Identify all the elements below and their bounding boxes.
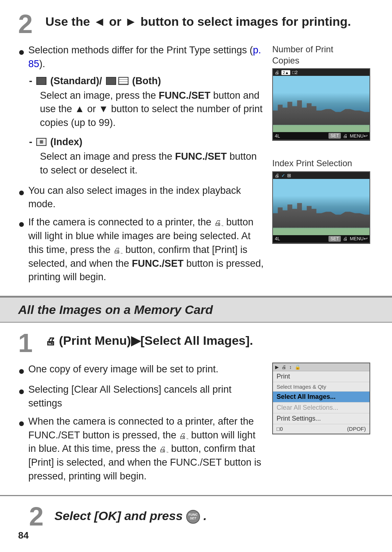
step1-text-col: ● One copy of every image will be set to… [18, 363, 265, 488]
menu-screenshot: ▶ 🖨 ↕ 🔒 Print Select Images & Qty [272, 363, 370, 434]
menu-icon-play: ▶ [275, 364, 279, 370]
step1-bullet2: ● Selecting [Clear All Selections] cance… [18, 383, 265, 410]
image2-label-block: Index Print Selection 🖨 ✓ ⊞ 4L [272, 158, 374, 244]
bullet1: ● Selection methods differ for the Print… [18, 44, 265, 71]
cam1-print-icon: 🖨 [343, 133, 348, 139]
section-step2: 2 Use the ◄ or ► button to select images… [0, 0, 392, 297]
section-heading: All the Images on a Memory Card [0, 297, 392, 323]
bullet3: ● If the camera is connected to a printe… [18, 216, 265, 284]
cam1-statusbar-text: 🖨 [275, 70, 279, 75]
cam1-set-btn: SET [328, 133, 340, 139]
cam2-skyline [273, 199, 369, 228]
step2-images-column: Number of Print Copies 🖨 2▲ □2 [272, 44, 374, 289]
menu-dpof-left: □0 [277, 426, 283, 432]
step2-content: ● Selection methods differ for the Print… [18, 44, 374, 289]
select-ok-text: Select [OK] and press [54, 509, 186, 523]
step1-images-col: ▶ 🖨 ↕ 🔒 Print Select Images & Qty [272, 363, 374, 488]
printer-icon-s2-2: 🖨~ [159, 445, 168, 453]
menu-item-select-images: Select Images & Qty [273, 382, 369, 392]
step1-title: 🖨 (Print Menu)▶[Select All Images]. [45, 330, 253, 348]
both-icon [118, 77, 128, 85]
sub1-standard-label: (Standard)/ [48, 75, 105, 87]
menu-item-clear-all: Clear All Selections... [273, 402, 369, 413]
step1-bullet3: ● When the camera is connected to a prin… [18, 415, 265, 483]
arrow-right-icon: ► [125, 15, 140, 28]
section-heading-text: All the Images on a Memory Card [18, 303, 213, 316]
cam2-photo [273, 179, 369, 235]
bullet1-text: Selection methods differ for the Print T… [28, 44, 265, 71]
page-number: 84 [18, 530, 29, 541]
cam1-footer-size: 4L [275, 133, 280, 139]
bullet3-text: If the camera is connected to a printer,… [28, 216, 265, 284]
bottom-step2-number: 2 [29, 503, 49, 529]
camera-screenshot-2: 🖨 ✓ ⊞ 4L SET 🖨 MENU↩ [272, 171, 370, 244]
cam2-statusbar: 🖨 ✓ ⊞ [273, 172, 369, 179]
step1-bullet-dot-2: ● [18, 384, 25, 399]
step1-bullet2-text: Selecting [Clear All Selections] cancels… [28, 383, 265, 410]
step2-text-column: ● Selection methods differ for the Print… [18, 44, 265, 289]
standard-icon [36, 77, 46, 85]
arrow-left-icon: ◄ [93, 15, 109, 28]
step2-title: Use the ◄ or ► button to select images f… [45, 11, 351, 29]
menu-item-dpof: □0 (DPOF) [273, 424, 369, 434]
menu-item-print: Print [273, 371, 369, 382]
cam1-footer: 4L SET 🖨 MENU↩ [273, 132, 369, 139]
func-set-bold-1: FUNC./SET [159, 90, 211, 101]
title-use-the: Use the [45, 15, 90, 28]
cam2-footer: 4L SET 🖨 MENU↩ [273, 235, 369, 242]
sub1-text: Select an image, press the FUNC./SET but… [40, 89, 265, 130]
cam2-index-icon: ⊞ [287, 173, 291, 178]
menu-dpof-right: (DPOF) [347, 426, 366, 432]
cam1-skyline [273, 96, 369, 125]
step1-bullet-dot-3: ● [18, 416, 25, 431]
func-bold-3: FUNC./SET [132, 258, 184, 269]
step1-bullet3-text: When the camera is connected to a printe… [28, 415, 265, 483]
cam2-print-icon-ft: 🖨 [343, 236, 348, 241]
step1-title-text: (Print Menu)▶[Select All Images]. [59, 334, 253, 347]
step1-number: 1 [18, 330, 38, 356]
image-spacer [272, 144, 374, 155]
step2-header: 2 Use the ◄ or ► button to select images… [18, 11, 374, 37]
cam1-print-indicator: 2▲ [281, 70, 290, 75]
cam1-footer-right: SET 🖨 MENU↩ [328, 133, 368, 139]
menu-icon-lock: 🔒 [295, 364, 301, 370]
bottom-step2: 2 Select [OK] and press . [0, 496, 392, 537]
cam1-copies: □2 [292, 70, 298, 75]
bullet-dot-3: ● [18, 216, 25, 232]
period: . [203, 509, 207, 523]
printer-icon-1: 🖨~ [214, 219, 224, 227]
step1-bullet1: ● One copy of every image will be set to… [18, 363, 265, 379]
page: 2 Use the ◄ or ► button to select images… [0, 0, 392, 552]
bottom-step2-text: Select [OK] and press . [54, 509, 207, 524]
menu-items: Print Select Images & Qty Select All Ima… [273, 371, 369, 434]
title-or: or [109, 15, 121, 28]
image1-label: Number of Print Copies [272, 44, 374, 66]
menu-topbar: ▶ 🖨 ↕ 🔒 [273, 363, 369, 371]
sub2-header: - ⊞ (Index) [29, 136, 265, 148]
standard-icon2 [106, 77, 116, 85]
cam2-check: ✓ [281, 173, 285, 178]
image2-label: Index Print Selection [272, 158, 374, 169]
cam1-menu-text: MENU↩ [350, 133, 368, 139]
menu-item-select-all[interactable]: Select All Images... [273, 392, 369, 402]
sub1-both-label: (Both) [130, 75, 161, 87]
cam1-photo [273, 76, 369, 132]
sub1-header: - (Standard)/ (Both) [29, 75, 265, 87]
step1-content: ● One copy of every image will be set to… [18, 363, 374, 488]
menu-item-print-settings: Print Settings... [273, 413, 369, 424]
step1-bullet-dot-1: ● [18, 363, 25, 379]
image1-label-block: Number of Print Copies 🖨 2▲ □2 [272, 44, 374, 141]
sub2-index-label: (Index) [48, 136, 82, 148]
sub2-text: Select an image and press the FUNC./SET … [40, 150, 265, 177]
camera-screenshot-1: 🖨 2▲ □2 4L SET 🖨 MENU↩ [272, 68, 370, 141]
cam1-statusbar: 🖨 2▲ □2 [273, 69, 369, 76]
title-rest: button to select images for printing. [140, 15, 351, 28]
bullet-dot-1: ● [18, 44, 25, 60]
cam2-print-icon: 🖨 [275, 173, 279, 178]
func-set-bold-2: FUNC./SET [175, 151, 227, 162]
menu-icon-arrows: ↕ [289, 364, 292, 370]
printer-icon-s2-1: 🖨~ [179, 432, 188, 440]
printer-icon-2: 🖨~ [113, 246, 123, 254]
step2-number: 2 [18, 11, 38, 37]
print-menu-icon: 🖨 [45, 336, 56, 347]
